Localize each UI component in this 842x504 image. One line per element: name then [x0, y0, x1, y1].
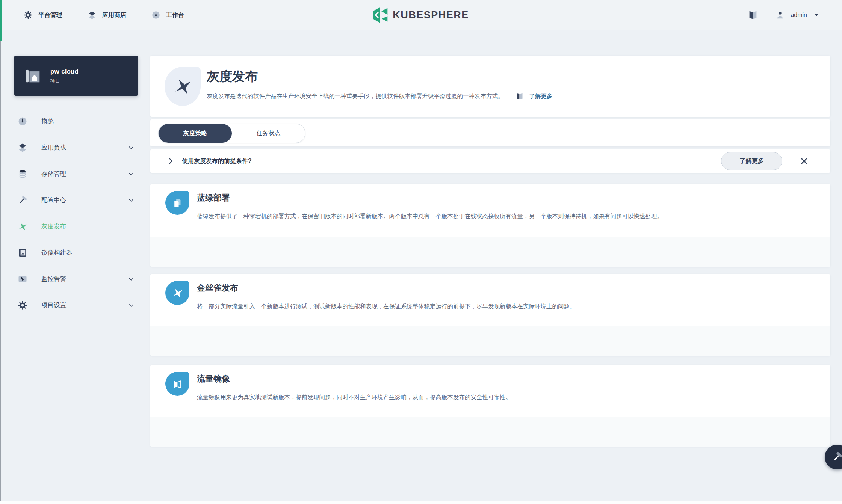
- tab-grayscale-strategy[interactable]: 灰度策略: [159, 124, 232, 143]
- topnav: 平台管理 应用商店 工作台: [23, 0, 184, 30]
- hammer-icon: [831, 451, 842, 463]
- blue-green-copy-icon: [165, 191, 189, 215]
- chevron-down-icon: [127, 196, 135, 204]
- sidebar-item-workloads[interactable]: 应用负载: [14, 139, 138, 156]
- strategy-card-blue-green[interactable]: 蓝绿部署 蓝绿发布提供了一种零宕机的部署方式，在保留旧版本的同时部署新版本。两个…: [150, 184, 830, 267]
- nav-label: 应用商店: [102, 11, 126, 19]
- image-icon: [17, 247, 28, 258]
- sidebar-item-label: 项目设置: [41, 301, 66, 309]
- nav-app-store[interactable]: 应用商店: [87, 10, 126, 20]
- sidebar-item-label: 镜像构建器: [41, 249, 73, 257]
- learn-more-link[interactable]: 了解更多: [529, 92, 553, 100]
- kubesphere-logo-mark-icon: [373, 7, 388, 23]
- strategy-card-traffic-mirror[interactable]: 流量镜像 流量镜像用来更为真实地测试新版本，提前发现问题，同时不对生产环境产生影…: [150, 365, 830, 447]
- traffic-mirror-icon: [165, 372, 189, 396]
- close-icon[interactable]: [799, 156, 809, 166]
- sidebar-item-label: 概览: [41, 117, 54, 125]
- sidebar-item-label: 配置中心: [41, 196, 66, 204]
- tab-task-status[interactable]: 任务状态: [232, 124, 305, 143]
- nav-label: 平台管理: [38, 11, 62, 19]
- tab-group: 灰度策略 任务状态: [158, 124, 305, 143]
- user-avatar-icon: [775, 10, 785, 20]
- chevron-down-icon: [127, 302, 135, 309]
- layers-icon: [17, 142, 28, 153]
- prerequisite-question[interactable]: 使用灰度发布的前提条件?: [182, 157, 252, 165]
- canary-bird-icon: [165, 281, 189, 305]
- project-selector[interactable]: pw-cloud 项目: [14, 56, 138, 96]
- card-title: 蓝绿部署: [197, 192, 230, 204]
- tabs-band: 灰度策略 任务状态: [150, 119, 830, 146]
- chevron-down-icon: [127, 144, 135, 151]
- database-icon: [17, 169, 28, 179]
- nav-label: 工作台: [166, 11, 184, 19]
- card-description: 蓝绿发布提供了一种零宕机的部署方式，在保留旧版本的同时部署新版本。两个版本中总有…: [197, 212, 806, 220]
- card-title: 流量镜像: [197, 373, 230, 385]
- hammer-icon: [17, 195, 28, 205]
- kubesphere-app: 平台管理 应用商店 工作台: [0, 0, 842, 504]
- toolbox-button[interactable]: [825, 445, 842, 469]
- nav-workbench[interactable]: 工作台: [151, 10, 184, 20]
- sidebar-menu: 概览 应用负载: [14, 113, 138, 314]
- learn-more-button[interactable]: 了解更多: [721, 152, 782, 170]
- sidebar-item-overview[interactable]: 概览: [14, 113, 138, 130]
- docs-book-icon[interactable]: [747, 9, 759, 21]
- sidebar-item-label: 灰度发布: [41, 222, 66, 231]
- dashboard-icon: [17, 116, 28, 127]
- bird-icon: [17, 221, 28, 232]
- card-footer: [150, 417, 830, 447]
- project-info: pw-cloud 项目: [50, 67, 79, 85]
- logo-text: KUBESPHERE: [393, 9, 469, 21]
- project-type: 项目: [50, 78, 79, 85]
- window-left-border: [0, 0, 1, 504]
- sidebar: pw-cloud 项目 概览: [14, 56, 138, 323]
- chevron-down-icon: [127, 170, 135, 178]
- docs-book-icon: [515, 92, 524, 101]
- user-menu[interactable]: admin: [775, 10, 820, 20]
- card-footer: [150, 237, 830, 267]
- topbar-right: admin: [747, 0, 820, 30]
- sidebar-item-label: 监控告警: [41, 275, 66, 283]
- sidebar-item-project-settings[interactable]: 项目设置: [14, 297, 138, 314]
- card-description: 流量镜像用来更为真实地测试新版本，提前发现问题，同时不对生产环境产生影响，从而，…: [197, 393, 806, 401]
- page-description-row: 灰度发布是迭代的软件产品在生产环境安全上线的一种重要手段，提供软件版本部署升级平…: [207, 92, 553, 101]
- window-accent-stripe: [0, 0, 2, 41]
- project-icon: [23, 66, 43, 86]
- monitor-icon: [17, 274, 28, 284]
- sidebar-item-label: 存储管理: [41, 170, 66, 178]
- sidebar-item-config-center[interactable]: 配置中心: [14, 192, 138, 208]
- card-title: 金丝雀发布: [197, 282, 238, 294]
- kubesphere-logo[interactable]: KUBESPHERE: [373, 0, 469, 30]
- card-footer: [150, 326, 830, 356]
- appstore-icon: [87, 10, 97, 20]
- user-name: admin: [791, 12, 807, 18]
- sidebar-item-monitoring-alerting[interactable]: 监控告警: [14, 271, 138, 287]
- workbench-icon: [151, 10, 161, 20]
- sidebar-item-storage[interactable]: 存储管理: [14, 166, 138, 182]
- chevron-right-icon[interactable]: [166, 157, 175, 166]
- page-description: 灰度发布是迭代的软件产品在生产环境安全上线的一种重要手段，提供软件版本部署升级平…: [207, 92, 504, 100]
- window-bottom-strip: [0, 501, 842, 504]
- prerequisite-banner: 使用灰度发布的前提条件? 了解更多: [150, 149, 830, 173]
- sidebar-item-grayscale-release[interactable]: 灰度发布: [14, 218, 138, 235]
- nav-platform-management[interactable]: 平台管理: [23, 10, 62, 20]
- grayscale-bird-icon: [165, 67, 201, 106]
- page-header-panel: 灰度发布 灰度发布是迭代的软件产品在生产环境安全上线的一种重要手段，提供软件版本…: [150, 56, 830, 117]
- strategy-card-canary[interactable]: 金丝雀发布 将一部分实际流量引入一个新版本进行测试，测试新版本的性能和表现，在保…: [150, 274, 830, 356]
- card-description: 将一部分实际流量引入一个新版本进行测试，测试新版本的性能和表现，在保证系统整体稳…: [197, 302, 806, 311]
- sidebar-item-image-builder[interactable]: 镜像构建器: [14, 244, 138, 261]
- gear-icon: [17, 300, 28, 311]
- page-title: 灰度发布: [207, 68, 258, 85]
- project-name: pw-cloud: [50, 67, 79, 77]
- gear-icon: [23, 10, 33, 20]
- sidebar-item-label: 应用负载: [41, 143, 66, 152]
- chevron-down-icon: [813, 11, 820, 19]
- chevron-down-icon: [127, 275, 135, 283]
